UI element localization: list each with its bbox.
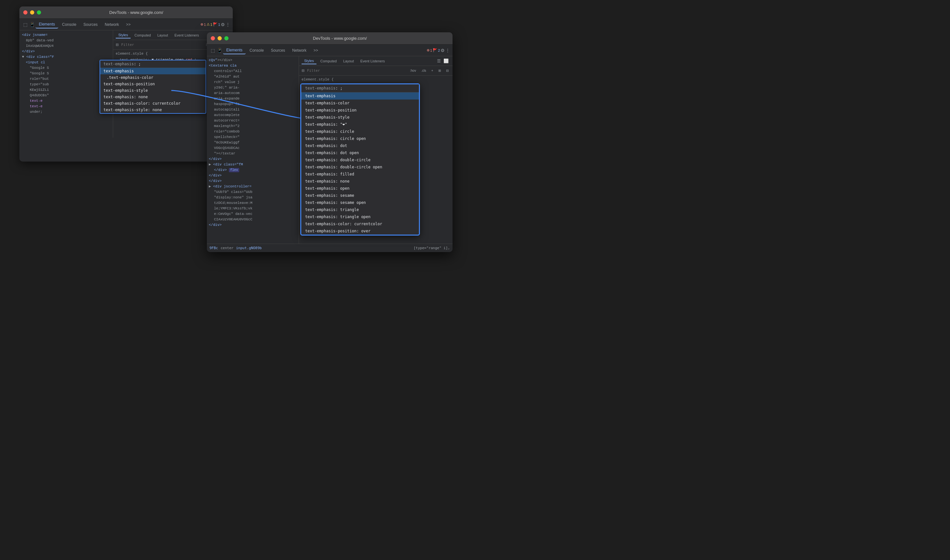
main-close-button[interactable] <box>211 36 215 40</box>
autocomplete-item-4[interactable]: text-emphasis: none <box>100 94 206 100</box>
bg-tab-console[interactable]: Console <box>59 21 80 28</box>
main-styles-tabs: Styles Computed Layout Event Listeners ☰… <box>299 56 453 66</box>
main-ac-item-1[interactable]: text-emphasis-color <box>301 100 419 107</box>
main-ac-item-8[interactable]: text-emphasis: dot open <box>301 149 419 156</box>
autocomplete-item-5[interactable]: text-emphasis-color: currentcolor <box>100 100 206 107</box>
main-cls-btn[interactable]: .cls <box>420 68 427 73</box>
main-dom-panel: cQv"></div> <textarea cla controls="All … <box>207 56 299 244</box>
close-button[interactable] <box>23 10 28 15</box>
bg-settings-icon[interactable]: ⚙ <box>221 22 225 27</box>
main-tab-network[interactable]: Network <box>289 47 309 54</box>
bg-filter-icon: ⊟ <box>116 43 119 47</box>
inspect-icon[interactable]: ⬚ <box>23 22 28 27</box>
bg-autocomplete-header: text-emphasis: ; <box>100 60 206 68</box>
bg-error-badge: ⊗ 1 <box>200 22 206 26</box>
main-window-title: DevTools - www.google.com/ <box>231 36 449 41</box>
bg-filter-input[interactable] <box>121 43 202 47</box>
main-more-icon[interactable]: ⋮ <box>445 48 450 53</box>
main-tab-elements[interactable]: Elements <box>223 46 246 54</box>
main-filter-input[interactable] <box>307 69 406 73</box>
autocomplete-item-6[interactable]: text-emphasis-style: none <box>100 107 206 113</box>
main-ac-item-9[interactable]: text-emphasis: double-circle <box>301 156 419 163</box>
autocomplete-item-2[interactable]: text-emphasis-position <box>100 81 206 87</box>
main-breadcrumb-1[interactable]: center <box>221 246 234 250</box>
bg-tab-network[interactable]: Network <box>102 21 122 28</box>
main-subtab-styles[interactable]: Styles <box>302 58 316 64</box>
main-devtools-tabs: ⬚ 📱 Elements Console Sources Network >> … <box>207 45 453 56</box>
bg-titlebar: DevTools - www.google.com/ <box>19 6 233 19</box>
main-subtab-events[interactable]: Event Listeners <box>358 58 388 64</box>
main-breadcrumb-2[interactable]: input.gNO89b <box>236 246 262 250</box>
minimize-button[interactable] <box>30 10 34 15</box>
main-tab-sources[interactable]: Sources <box>268 47 288 54</box>
main-minimize-button[interactable] <box>217 36 222 40</box>
main-ac-item-5[interactable]: text-emphasis: circle <box>301 128 419 135</box>
main-settings-icon[interactable]: ⚙ <box>440 48 445 53</box>
main-styles-icon-2[interactable]: ⬜ <box>443 58 449 63</box>
device-icon[interactable]: 📱 <box>29 22 35 27</box>
main-titlebar: DevTools - www.google.com/ <box>207 32 453 45</box>
bg-subtab-computed[interactable]: Computed <box>132 32 154 38</box>
main-info-badge: 🚩 2 <box>433 48 440 52</box>
main-tab-more[interactable]: >> <box>310 47 321 54</box>
bg-warn-badge: ⚠ 1 <box>206 22 212 26</box>
main-element-style-header: element.style { <box>302 77 450 82</box>
main-ac-item-19[interactable]: text-emphasis-position: over <box>301 228 419 235</box>
bg-tab-sources[interactable]: Sources <box>80 21 101 28</box>
main-ac-item-13[interactable]: text-emphasis: open <box>301 185 419 192</box>
main-filter-bar: ⊟ :hov .cls + ⊞ ⊟ <box>299 66 453 75</box>
main-ac-item-18[interactable]: text-emphasis-color: currentcolor <box>301 220 419 228</box>
main-ac-item-4[interactable]: text-emphasis: "❤" <box>301 121 419 128</box>
main-filter-icon: ⊟ <box>302 69 305 73</box>
main-hash: 9FBc <box>209 246 218 250</box>
main-error-icon: ⊗ <box>426 48 430 52</box>
main-maximize-button[interactable] <box>224 36 228 40</box>
info-icon: 🚩 <box>213 22 217 26</box>
bg-subtab-styles[interactable]: Styles <box>116 32 131 38</box>
main-styles-icon-1[interactable]: ☰ <box>437 58 441 63</box>
main-ac-item-10[interactable]: text-emphasis: double-circle open <box>301 163 419 171</box>
bg-tab-more[interactable]: >> <box>123 21 134 28</box>
main-dom-content: cQv"></div> <textarea cla controls="All … <box>207 56 299 229</box>
main-ac-item-2[interactable]: text-emphasis-position <box>301 107 419 114</box>
autocomplete-item-0[interactable]: text-emphasis <box>100 68 206 74</box>
main-ac-item-17[interactable]: text-emphasis: triangle open <box>301 213 419 220</box>
main-ac-item-11[interactable]: text-emphasis: filled <box>301 171 419 178</box>
warn-icon: ⚠ <box>206 22 210 26</box>
main-device-icon[interactable]: 📱 <box>217 48 222 53</box>
main-ac-item-16[interactable]: text-emphasis: triangle <box>301 206 419 213</box>
main-subtab-layout[interactable]: Layout <box>341 58 357 64</box>
main-computed-btn[interactable]: ⊟ <box>445 68 450 73</box>
main-inspect-icon[interactable]: ⬚ <box>211 48 215 53</box>
autocomplete-item-1[interactable]: .text-emphasis-color <box>100 74 206 81</box>
main-autocomplete-dropdown: text-emphasis: ; text-emphasis text-emph… <box>300 83 420 235</box>
main-ac-item-15[interactable]: text-emphasis: sesame open <box>301 199 419 206</box>
main-error-badge: ⊗ 1 <box>426 48 432 52</box>
main-info-icon: 🚩 <box>433 48 437 52</box>
main-ac-item-0[interactable]: text-emphasis <box>301 92 419 100</box>
bg-window-title: DevTools - www.google.com/ <box>44 10 229 15</box>
main-add-btn[interactable]: + <box>430 68 434 73</box>
main-bottom-extra: [type="range" i], <box>413 246 450 250</box>
main-layout-btn[interactable]: ⊞ <box>437 68 442 73</box>
bg-subtab-layout[interactable]: Layout <box>155 32 171 38</box>
main-ac-item-12[interactable]: text-emphasis: none <box>301 178 419 185</box>
main-subtab-computed[interactable]: Computed <box>318 58 339 64</box>
bg-dom-panel: <div jsname= 8pb" data-ved IAxUqWUEAHQU4… <box>19 30 113 138</box>
main-hov-btn[interactable]: :hov <box>409 68 417 73</box>
bg-info-badge: 🚩 1 <box>213 22 220 26</box>
main-ac-item-3[interactable]: text-emphasis-style <box>301 114 419 121</box>
bg-subtab-events[interactable]: Event Listeners <box>172 32 202 38</box>
main-ac-item-6[interactable]: text-emphasis: circle open <box>301 135 419 142</box>
bg-more-icon[interactable]: ⋮ <box>226 22 230 27</box>
main-bottom-bar: 9FBc center input.gNO89b [type="range" i… <box>207 244 453 252</box>
bg-tab-elements[interactable]: Elements <box>35 21 58 28</box>
bg-devtools-tabs: ⬚ 📱 Elements Console Sources Network >> … <box>19 19 233 30</box>
main-ac-item-14[interactable]: text-emphasis: sesame <box>301 192 419 199</box>
maximize-button[interactable] <box>37 10 41 15</box>
main-autocomplete-header: text-emphasis: ; <box>301 84 419 92</box>
main-ac-item-7[interactable]: text-emphasis: dot <box>301 142 419 149</box>
autocomplete-item-3[interactable]: text-emphasis-style <box>100 87 206 94</box>
main-tab-console[interactable]: Console <box>246 47 267 54</box>
error-icon: ⊗ <box>200 22 203 26</box>
